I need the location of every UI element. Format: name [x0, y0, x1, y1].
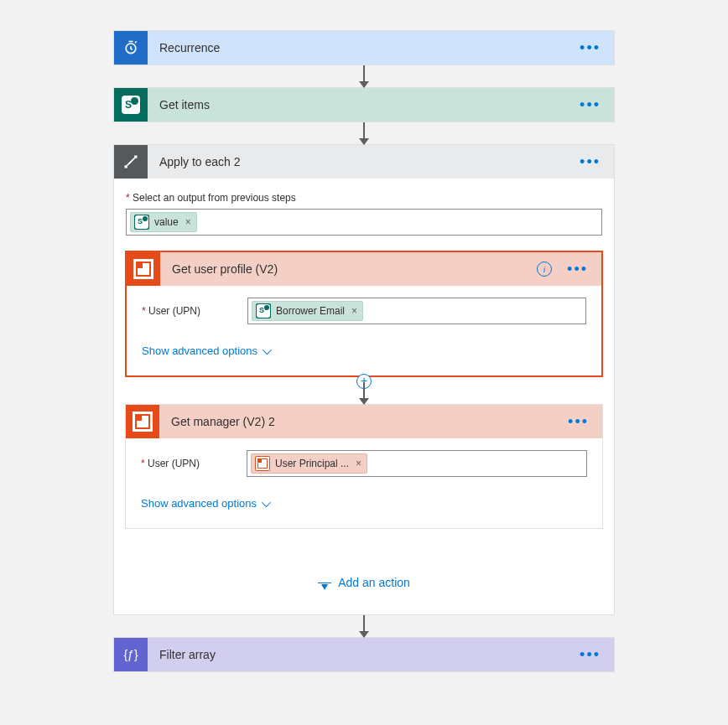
step-title: Filter array [148, 648, 576, 661]
add-action-button[interactable]: Add an action [126, 529, 602, 614]
token-label: value [154, 216, 179, 228]
select-output-label: * Select an output from previous steps [126, 192, 602, 204]
chevron-down-icon [262, 497, 271, 506]
token-remove-button[interactable]: × [350, 305, 359, 317]
show-advanced-link[interactable]: Show advanced options [141, 497, 268, 510]
connector-arrow [363, 122, 365, 144]
step-menu-button[interactable]: ••• [564, 261, 591, 278]
chevron-down-icon [263, 344, 272, 354]
insert-icon [318, 583, 331, 583]
step-title: Recurrence [148, 41, 576, 54]
show-advanced-link[interactable]: Show advanced options [142, 344, 269, 357]
step-apply-to-each[interactable]: Apply to each 2 ••• [113, 144, 615, 179]
token-label: User Principal ... [275, 458, 349, 469]
connector-arrow: + [363, 382, 365, 404]
office-icon [127, 252, 160, 286]
add-action-label: Add an action [338, 576, 410, 589]
step-get-user-profile[interactable]: Get user profile (V2) i ••• * User (UPN)… [125, 251, 603, 377]
token-remove-button[interactable]: × [354, 458, 363, 469]
user-upn-input[interactable]: User Principal ... × [247, 450, 587, 477]
step-menu-button[interactable]: ••• [564, 413, 592, 431]
sharepoint-icon [256, 303, 271, 318]
step-menu-button[interactable]: ••• [576, 153, 604, 171]
step-menu-button[interactable]: ••• [576, 646, 604, 664]
step-recurrence[interactable]: Recurrence ••• [113, 30, 615, 65]
token-label: Borrower Email [276, 305, 345, 317]
function-icon: {ƒ} [114, 638, 148, 671]
step-menu-button[interactable]: ••• [576, 39, 604, 57]
select-output-input[interactable]: value × [126, 209, 602, 236]
apply-to-each-body: * Select an output from previous steps v… [113, 179, 615, 615]
step-title: Get user profile (V2) [160, 262, 537, 276]
loop-icon [114, 145, 148, 179]
step-menu-button[interactable]: ••• [576, 96, 604, 114]
token-value[interactable]: value × [130, 212, 197, 232]
step-get-manager[interactable]: Get manager (V2) 2 ••• * User (UPN) User… [125, 404, 603, 529]
office-icon [255, 456, 270, 471]
user-upn-input[interactable]: Borrower Email × [247, 298, 586, 324]
info-icon[interactable]: i [537, 262, 552, 277]
step-filter-array[interactable]: {ƒ} Filter array ••• [113, 637, 615, 672]
step-title: Apply to each 2 [148, 155, 576, 168]
connector-arrow [363, 615, 365, 637]
step-title: Get items [148, 98, 576, 111]
step-title: Get manager (V2) 2 [159, 415, 564, 428]
office-icon [126, 405, 159, 438]
param-label: * User (UPN) [142, 305, 247, 317]
sharepoint-icon [114, 88, 148, 122]
recurrence-icon [114, 31, 148, 65]
token-remove-button[interactable]: × [184, 216, 193, 228]
token-user-principal[interactable]: User Principal ... × [251, 453, 367, 474]
token-borrower-email[interactable]: Borrower Email × [252, 301, 363, 321]
param-label: * User (UPN) [141, 458, 247, 469]
step-get-items[interactable]: Get items ••• [113, 87, 615, 122]
connector-arrow [363, 65, 365, 87]
sharepoint-icon [134, 215, 149, 230]
